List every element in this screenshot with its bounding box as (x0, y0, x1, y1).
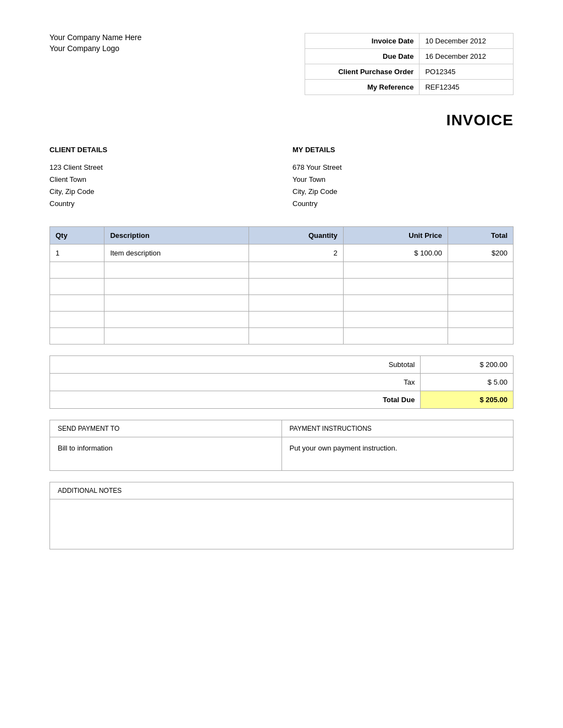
due-date-value: 16 December 2012 (420, 49, 514, 64)
subtotal-value: $ 200.00 (421, 356, 514, 374)
due-date-row: Due Date 16 December 2012 (305, 49, 514, 64)
cell-description (104, 262, 249, 279)
cell-qty (50, 295, 104, 312)
client-po-row: Client Purchase Order PO12345 (305, 64, 514, 80)
total-due-row: Total Due $ 205.00 (50, 391, 514, 409)
my-line4: Country (292, 199, 318, 208)
cell-unit-price (343, 328, 448, 344)
send-payment-content: Bill to information (50, 437, 282, 470)
tax-label: Tax (50, 374, 421, 391)
cell-unit-price: $ 100.00 (343, 244, 448, 262)
cell-quantity (249, 295, 344, 312)
my-ref-value: REF12345 (420, 80, 514, 95)
cell-total (448, 312, 513, 328)
subtotal-row: Subtotal $ 200.00 (50, 356, 514, 374)
col-unit-price-header: Unit Price (343, 227, 448, 244)
client-details-block: CLIENT DETAILS 123 Client Street Client … (49, 146, 271, 210)
cell-qty (50, 312, 104, 328)
cell-quantity (249, 328, 344, 344)
col-qty-header: Qty (50, 227, 104, 244)
tax-row: Tax $ 5.00 (50, 374, 514, 391)
company-info: Your Company Name Here Your Company Logo (49, 33, 142, 53)
invoice-date-row: Invoice Date 10 December 2012 (305, 34, 514, 49)
my-ref-label: My Reference (305, 80, 420, 95)
cell-description (104, 312, 249, 328)
totals-table: Subtotal $ 200.00 Tax $ 5.00 Total Due $… (49, 355, 514, 409)
cell-total (448, 262, 513, 279)
client-line1: 123 Client Street (49, 163, 103, 171)
cell-total: $200 (448, 244, 513, 262)
tax-value: $ 5.00 (421, 374, 514, 391)
client-line3: City, Zip Code (49, 187, 94, 196)
items-header-row: Qty Description Quantity Unit Price Tota… (50, 227, 514, 244)
invoice-info-table: Invoice Date 10 December 2012 Due Date 1… (305, 33, 514, 95)
cell-qty (50, 262, 104, 279)
client-po-label: Client Purchase Order (305, 64, 420, 80)
cell-qty: 1 (50, 244, 104, 262)
my-line1: 678 Your Street (292, 163, 342, 171)
subtotal-label: Subtotal (50, 356, 421, 374)
cell-total (448, 279, 513, 295)
invoice-date-value: 10 December 2012 (420, 34, 514, 49)
my-address: 678 Your Street Your Town City, Zip Code… (292, 162, 514, 210)
additional-notes-header: ADDITIONAL NOTES (50, 482, 513, 499)
table-row: 1 Item description 2 $ 100.00 $200 (50, 244, 514, 262)
cell-qty (50, 279, 104, 295)
my-details-heading: MY DETAILS (292, 146, 514, 154)
client-details-heading: CLIENT DETAILS (49, 146, 271, 154)
cell-quantity (249, 279, 344, 295)
total-due-value: $ 205.00 (421, 391, 514, 409)
client-po-value: PO12345 (420, 64, 514, 80)
table-row (50, 295, 514, 312)
cell-total (448, 295, 513, 312)
company-name: Your Company Name Here (49, 33, 142, 42)
items-table: Qty Description Quantity Unit Price Tota… (49, 226, 514, 344)
invoice-title: INVOICE (49, 112, 514, 129)
invoice-date-label: Invoice Date (305, 34, 420, 49)
my-line3: City, Zip Code (292, 187, 337, 196)
payment-section: SEND PAYMENT TO PAYMENT INSTRUCTIONS Bil… (49, 420, 514, 471)
cell-total (448, 328, 513, 344)
due-date-label: Due Date (305, 49, 420, 64)
my-ref-row: My Reference REF12345 (305, 80, 514, 95)
col-description-header: Description (104, 227, 249, 244)
my-details-block: MY DETAILS 678 Your Street Your Town Cit… (292, 146, 514, 210)
cell-unit-price (343, 312, 448, 328)
table-row (50, 312, 514, 328)
table-row (50, 262, 514, 279)
total-due-label: Total Due (50, 391, 421, 409)
my-line2: Your Town (292, 175, 325, 184)
payment-header-row: SEND PAYMENT TO PAYMENT INSTRUCTIONS (50, 420, 513, 437)
additional-notes-content (50, 499, 513, 549)
cell-description (104, 295, 249, 312)
payment-content-row: Bill to information Put your own payment… (50, 437, 513, 470)
cell-unit-price (343, 262, 448, 279)
cell-quantity: 2 (249, 244, 344, 262)
send-payment-header: SEND PAYMENT TO (50, 420, 282, 437)
cell-quantity (249, 262, 344, 279)
table-row (50, 279, 514, 295)
additional-notes-section: ADDITIONAL NOTES (49, 482, 514, 549)
table-row (50, 328, 514, 344)
client-line2: Client Town (49, 175, 86, 184)
cell-description: Item description (104, 244, 249, 262)
cell-unit-price (343, 295, 448, 312)
col-total-header: Total (448, 227, 513, 244)
cell-quantity (249, 312, 344, 328)
client-address: 123 Client Street Client Town City, Zip … (49, 162, 271, 210)
col-quantity-header: Quantity (249, 227, 344, 244)
payment-instructions-content: Put your own payment instruction. (282, 437, 514, 470)
cell-description (104, 279, 249, 295)
payment-instructions-header: PAYMENT INSTRUCTIONS (282, 420, 514, 437)
company-logo: Your Company Logo (49, 44, 142, 53)
cell-unit-price (343, 279, 448, 295)
page-header: Your Company Name Here Your Company Logo… (49, 33, 514, 95)
cell-qty (50, 328, 104, 344)
cell-description (104, 328, 249, 344)
client-line4: Country (49, 199, 75, 208)
details-section: CLIENT DETAILS 123 Client Street Client … (49, 146, 514, 210)
